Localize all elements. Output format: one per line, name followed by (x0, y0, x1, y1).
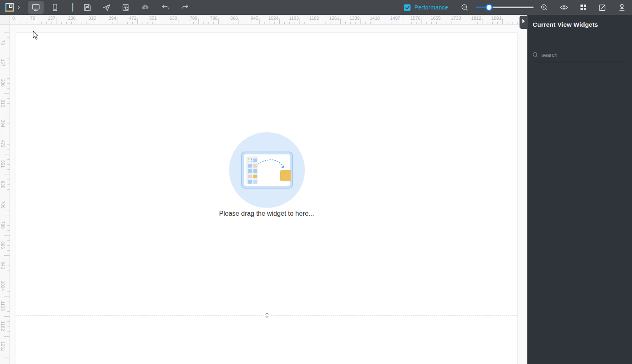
ruler-minor-tick (7, 78, 9, 79)
ruler-label: 1576 (402, 16, 420, 21)
vertical-ruler: 0781572363153944725516307097888669451024… (0, 25, 10, 364)
design-canvas[interactable]: Please drag the widget to here... (10, 25, 527, 364)
widget-grid-icon[interactable] (579, 3, 588, 12)
ruler-label: 788 (0, 215, 6, 234)
publish-paper-plane-icon[interactable] (102, 3, 111, 12)
save-icon[interactable] (83, 3, 91, 12)
ruler-label: 551 (139, 16, 157, 21)
zoom-slider[interactable] (476, 4, 534, 11)
ruler-label: 472 (118, 16, 136, 21)
ruler-label: 709 (0, 195, 6, 214)
ruler-minor-tick (487, 22, 487, 24)
ruler-label: 1024 (0, 276, 6, 295)
cloud-upload-icon (141, 3, 150, 12)
ruler-major-tick (178, 19, 178, 24)
ruler-minor-tick (7, 103, 9, 104)
ruler-major-tick (340, 19, 341, 24)
ruler-minor-tick (7, 88, 9, 89)
ruler-minor-tick (7, 225, 9, 226)
ruler-minor-tick (386, 22, 386, 24)
ruler-minor-tick (7, 321, 9, 322)
ruler-minor-tick (7, 301, 9, 301)
ruler-minor-tick (7, 189, 9, 190)
widget-search-input[interactable] (541, 52, 616, 58)
ruler-minor-tick (147, 22, 148, 24)
toolbar-left-group (0, 0, 190, 15)
ruler-minor-tick (112, 22, 112, 24)
zoom-in-icon[interactable] (540, 3, 549, 12)
ruler-label: 630 (0, 175, 6, 194)
view-height-expander[interactable] (264, 310, 270, 320)
ruler-minor-tick (492, 22, 493, 24)
ruler-major-tick (137, 19, 138, 24)
dashboard-designer-app: Performance (0, 0, 632, 364)
app-logo-icon[interactable] (5, 3, 14, 12)
ruler-minor-tick (315, 22, 315, 24)
chevron-up-icon (265, 312, 269, 315)
illustration-screen (241, 152, 293, 189)
ruler-minor-tick (7, 109, 9, 109)
ruler-minor-tick (41, 22, 42, 24)
ruler-minor-tick (7, 245, 9, 246)
ruler-minor-tick (82, 22, 82, 24)
ruler-minor-tick (345, 22, 346, 24)
ruler-minor-tick (7, 352, 9, 352)
performance-button[interactable]: Performance (403, 4, 448, 12)
preview-report-icon[interactable] (122, 3, 130, 12)
ruler-minor-tick (467, 22, 467, 24)
zoom-slider-handle[interactable] (485, 4, 493, 11)
ruler-minor-tick (7, 240, 9, 241)
desktop-view-button[interactable] (28, 1, 44, 14)
ruler-major-tick (320, 19, 320, 24)
ruler-minor-tick (411, 22, 412, 24)
ruler-minor-tick (7, 83, 9, 84)
toolbar-right-group: Performance (403, 0, 628, 15)
ruler-minor-tick (7, 362, 9, 362)
ruler-minor-tick (264, 22, 265, 24)
ruler-major-tick (421, 19, 421, 24)
ruler-major-tick (4, 357, 9, 357)
ruler-minor-tick (229, 22, 229, 24)
ruler-minor-tick (325, 22, 325, 24)
ruler-minor-tick (7, 37, 9, 38)
ruler-minor-tick (7, 180, 9, 180)
ruler-minor-tick (7, 139, 9, 139)
panel-collapse-button[interactable] (520, 16, 528, 29)
widget-search-row (532, 52, 628, 62)
ruler-label: 630 (159, 16, 177, 21)
stamp-user-icon[interactable] (618, 3, 626, 12)
redo-icon[interactable] (180, 3, 190, 12)
ruler-minor-tick (304, 22, 305, 24)
triangle-right-icon (522, 19, 525, 23)
ruler-minor-tick (163, 22, 163, 24)
edit-compose-icon[interactable] (598, 3, 607, 12)
ruler-major-tick (401, 19, 401, 24)
ruler-minor-tick (335, 22, 335, 24)
ruler-label: 866 (220, 16, 238, 21)
preview-eye-icon[interactable] (559, 3, 569, 12)
ruler-label: 1418 (362, 16, 380, 21)
ruler-minor-tick (452, 22, 452, 24)
ruler-label: 1103 (0, 296, 6, 315)
mobile-phone-icon (50, 3, 59, 12)
horizontal-ruler: 0781572363153944725516307097888669451024… (10, 15, 527, 25)
ruler-minor-tick (447, 22, 447, 24)
ruler-minor-tick (295, 22, 295, 24)
ruler-major-tick (381, 19, 381, 24)
ruler-label: 1103 (281, 16, 299, 21)
undo-icon[interactable] (161, 3, 170, 12)
ruler-minor-tick (7, 58, 9, 58)
ruler-corner (0, 15, 10, 25)
ruler-minor-tick (7, 205, 9, 205)
expand-menu-chevron-icon[interactable] (16, 5, 21, 10)
mobile-view-button[interactable] (47, 1, 63, 14)
ruler-minor-tick (234, 22, 234, 24)
ruler-minor-tick (477, 22, 478, 24)
ruler-minor-tick (274, 22, 275, 24)
ruler-minor-tick (254, 22, 254, 24)
ruler-label: 1733 (443, 16, 461, 21)
ruler-label: 394 (98, 16, 116, 21)
ruler-minor-tick (61, 22, 62, 24)
ruler-minor-tick (7, 281, 9, 281)
zoom-out-icon[interactable] (461, 3, 469, 12)
